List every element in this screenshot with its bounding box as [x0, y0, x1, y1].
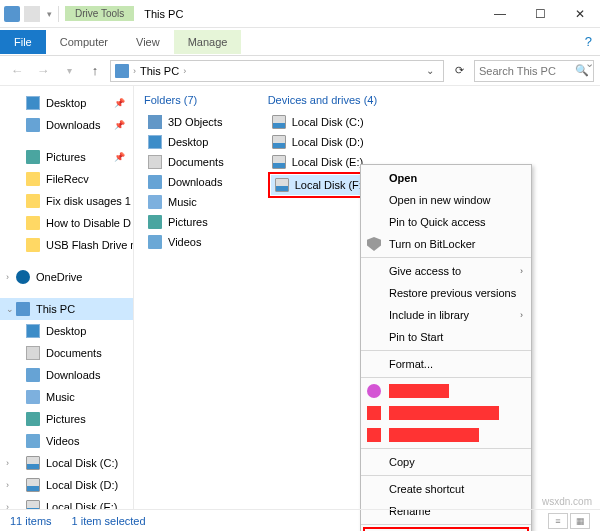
- menu-redacted[interactable]: [361, 380, 531, 402]
- sidebar-item-fix-disk[interactable]: Fix disk usages 1: [0, 190, 133, 212]
- expand-ribbon-icon[interactable]: ⌄: [582, 56, 596, 70]
- app-icon: [367, 384, 381, 398]
- sidebar-item-pictures[interactable]: Pictures: [0, 408, 133, 430]
- menu-bitlocker[interactable]: Turn on BitLocker: [361, 233, 531, 255]
- folder-item[interactable]: Downloads: [144, 172, 228, 192]
- shield-icon: [367, 237, 381, 251]
- nav-recent-dropdown[interactable]: ▾: [58, 60, 80, 82]
- music-icon: [148, 195, 162, 209]
- desktop-icon: [26, 96, 40, 110]
- pin-icon: 📌: [114, 120, 125, 130]
- folder-item[interactable]: Pictures: [144, 212, 228, 232]
- documents-icon: [148, 155, 162, 169]
- breadcrumb-dropdown-icon[interactable]: ⌄: [421, 60, 439, 82]
- folder-icon: [26, 238, 40, 252]
- menu-separator: [361, 475, 531, 476]
- separator: [58, 6, 59, 22]
- help-icon[interactable]: ?: [585, 34, 600, 49]
- menu-format[interactable]: Format...: [361, 353, 531, 375]
- sidebar-item-this-pc[interactable]: ⌄This PC: [0, 298, 133, 320]
- tab-manage[interactable]: Manage: [174, 30, 242, 54]
- close-button[interactable]: ✕: [560, 0, 600, 28]
- breadcrumb[interactable]: › This PC › ⌄: [110, 60, 444, 82]
- maximize-button[interactable]: ☐: [520, 0, 560, 28]
- desktop-icon: [148, 135, 162, 149]
- refresh-button[interactable]: ⟳: [448, 60, 470, 82]
- chevron-right-icon[interactable]: ›: [6, 272, 9, 282]
- thispc-icon: [115, 64, 129, 78]
- tab-computer[interactable]: Computer: [46, 30, 122, 54]
- sidebar-item-filerecv[interactable]: FileRecv: [0, 168, 133, 190]
- drive-item-selected[interactable]: Local Disk (F:): [271, 175, 374, 195]
- tab-view[interactable]: View: [122, 30, 174, 54]
- menu-copy[interactable]: Copy: [361, 451, 531, 473]
- sidebar-item-documents[interactable]: Documents: [0, 342, 133, 364]
- folder-list: 3D Objects Desktop Documents Downloads M…: [144, 112, 228, 252]
- breadcrumb-segment[interactable]: This PC: [140, 65, 179, 77]
- menu-create-shortcut[interactable]: Create shortcut: [361, 478, 531, 500]
- onedrive-icon: [16, 270, 30, 284]
- sidebar-item-downloads[interactable]: Downloads: [0, 364, 133, 386]
- downloads-icon: [148, 175, 162, 189]
- drive-item[interactable]: Local Disk (C:): [268, 112, 377, 132]
- menu-redacted[interactable]: [361, 402, 531, 424]
- sidebar-item-usb[interactable]: USB Flash Drive n: [0, 234, 133, 256]
- menu-open-new-window[interactable]: Open in new window: [361, 189, 531, 211]
- menu-restore-versions[interactable]: Restore previous versions: [361, 282, 531, 304]
- chevron-right-icon[interactable]: ›: [183, 66, 186, 76]
- folder-icon: [26, 172, 40, 186]
- sidebar-item-music[interactable]: Music: [0, 386, 133, 408]
- sidebar-item-desktop[interactable]: Desktop: [0, 320, 133, 342]
- sidebar-item-how-to[interactable]: How to Disable D: [0, 212, 133, 234]
- folder-item[interactable]: Music: [144, 192, 228, 212]
- navigation-pane[interactable]: Desktop📌 Downloads📌 Pictures📌 FileRecv F…: [0, 86, 134, 509]
- sidebar-item-drive-e[interactable]: ›Local Disk (E:): [0, 496, 133, 509]
- folder-item[interactable]: Documents: [144, 152, 228, 172]
- sidebar-item-onedrive[interactable]: ›OneDrive: [0, 266, 133, 288]
- menu-give-access[interactable]: Give access to›: [361, 260, 531, 282]
- thispc-icon: [16, 302, 30, 316]
- nav-up-button[interactable]: ↑: [84, 60, 106, 82]
- chevron-down-icon[interactable]: ⌄: [6, 304, 14, 314]
- nav-forward-button[interactable]: →: [32, 60, 54, 82]
- minimize-button[interactable]: —: [480, 0, 520, 28]
- sidebar-item-downloads[interactable]: Downloads📌: [0, 114, 133, 136]
- view-icons-button[interactable]: ▦: [570, 513, 590, 529]
- context-menu: Open Open in new window Pin to Quick acc…: [360, 164, 532, 531]
- pin-icon: 📌: [114, 98, 125, 108]
- nav-back-button[interactable]: ←: [6, 60, 28, 82]
- window-title: This PC: [144, 8, 183, 20]
- menu-pin-quick-access[interactable]: Pin to Quick access: [361, 211, 531, 233]
- sidebar-item-pictures[interactable]: Pictures📌: [0, 146, 133, 168]
- drive-icon: [272, 115, 286, 129]
- view-details-button[interactable]: ≡: [548, 513, 568, 529]
- ribbon-tabs: File Computer View Manage ⌄ ?: [0, 28, 600, 56]
- sidebar-item-videos[interactable]: Videos: [0, 430, 133, 452]
- qat-button[interactable]: [24, 6, 40, 22]
- objects-icon: [148, 115, 162, 129]
- chevron-right-icon[interactable]: ›: [6, 480, 9, 490]
- menu-open[interactable]: Open: [361, 167, 531, 189]
- search-input[interactable]: Search This PC 🔍: [474, 60, 594, 82]
- tab-file[interactable]: File: [0, 30, 46, 54]
- sidebar-item-desktop[interactable]: Desktop📌: [0, 92, 133, 114]
- section-folders-header[interactable]: Folders (7): [144, 94, 228, 106]
- chevron-right-icon[interactable]: ›: [6, 502, 9, 509]
- qat-dropdown-icon[interactable]: ▾: [44, 6, 54, 22]
- chevron-right-icon[interactable]: ›: [6, 458, 9, 468]
- sidebar-item-drive-c[interactable]: ›Local Disk (C:): [0, 452, 133, 474]
- menu-redacted[interactable]: [361, 424, 531, 446]
- watermark: wsxdn.com: [542, 496, 592, 507]
- menu-include-library[interactable]: Include in library›: [361, 304, 531, 326]
- folder-item[interactable]: Desktop: [144, 132, 228, 152]
- folder-item[interactable]: Videos: [144, 232, 228, 252]
- chevron-right-icon[interactable]: ›: [133, 66, 136, 76]
- sidebar-item-drive-d[interactable]: ›Local Disk (D:): [0, 474, 133, 496]
- section-drives-header[interactable]: Devices and drives (4): [268, 94, 377, 106]
- folder-item[interactable]: 3D Objects: [144, 112, 228, 132]
- desktop-icon: [26, 324, 40, 338]
- menu-pin-start[interactable]: Pin to Start: [361, 326, 531, 348]
- menu-separator: [361, 448, 531, 449]
- drive-item[interactable]: Local Disk (D:): [268, 132, 377, 152]
- drive-icon: [272, 155, 286, 169]
